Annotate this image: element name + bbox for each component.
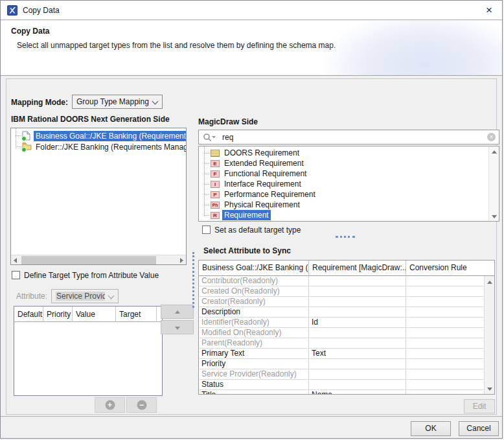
- set-default-target-label: Set as default target type: [214, 226, 301, 235]
- requirement-badge-icon: F: [211, 170, 220, 178]
- col-target-attribute: Requirement [MagicDraw:...: [309, 261, 406, 276]
- col-source-attribute: Business Goal::/JKE Banking (R...: [199, 261, 309, 276]
- list-item-physical-requirement[interactable]: Ph Physical Requirement: [199, 200, 477, 210]
- col-target: Target: [116, 307, 157, 322]
- mapping-mode-value: Group Type Mapping: [76, 97, 149, 106]
- table-row[interactable]: TitleName: [199, 390, 484, 394]
- banner-title: Copy Data: [11, 27, 49, 36]
- col-default: Default: [14, 307, 43, 322]
- horizontal-splitter-handle[interactable]: [336, 236, 355, 238]
- document-with-status-icon: [22, 131, 32, 141]
- list-item-performance-requirement[interactable]: P Performance Requirement: [199, 189, 477, 200]
- table-row[interactable]: Contributor(Readonly): [199, 276, 484, 286]
- edit-button[interactable]: Edit: [464, 399, 495, 413]
- table-row[interactable]: Status: [199, 380, 484, 390]
- attribute-sync-table: Business Goal::/JKE Banking (R... Requir…: [198, 260, 495, 395]
- value-table-header: Default Priority Value Target: [14, 307, 162, 322]
- table-row[interactable]: Priority: [199, 359, 484, 369]
- doors-side-header: IBM Rational DOORS Next Generation Side: [11, 115, 170, 124]
- remove-value-button[interactable]: −: [126, 397, 157, 413]
- cancel-button[interactable]: Cancel: [459, 421, 499, 436]
- arrow-up-icon: [175, 310, 180, 314]
- copy-data-dialog: Copy Data × Copy Data Select all unmappe…: [0, 0, 503, 439]
- list-item-doors-requirement[interactable]: DOORS Requirement: [199, 148, 477, 158]
- scroll-down-icon[interactable]: [485, 384, 494, 393]
- minus-icon: −: [137, 400, 146, 410]
- plus-icon: +: [105, 400, 115, 410]
- table-row[interactable]: Modified On(Readonly): [199, 328, 484, 338]
- sync-table-scrollbar[interactable]: [484, 276, 494, 394]
- window-title: Copy Data: [23, 6, 60, 15]
- search-input[interactable]: [222, 130, 475, 144]
- sync-table-header: Business Goal::/JKE Banking (R... Requir…: [199, 261, 494, 276]
- col-value: Value: [73, 307, 116, 322]
- table-row[interactable]: Description: [199, 307, 484, 318]
- attribute-value: Service Provider: [56, 292, 105, 301]
- sync-section-header: Select Attribute to Sync: [203, 246, 291, 255]
- list-vertical-scrollbar[interactable]: [488, 146, 499, 221]
- scroll-right-icon[interactable]: [176, 255, 186, 265]
- requirement-badge-icon: I: [211, 181, 220, 188]
- attribute-label: Attribute:: [16, 292, 47, 301]
- value-mapping-table: Default Priority Value Target: [14, 306, 163, 396]
- table-row[interactable]: Creator(Readonly): [199, 297, 484, 307]
- table-row[interactable]: Identifier(Readonly)Id: [199, 318, 484, 328]
- vertical-splitter-handle[interactable]: [192, 252, 194, 308]
- scroll-left-icon[interactable]: [11, 255, 21, 265]
- requirement-badge-icon: P: [211, 191, 220, 198]
- sync-table-body: Contributor(Readonly) Created On(Readonl…: [199, 276, 484, 394]
- scroll-up-icon[interactable]: [490, 147, 499, 156]
- search-icon[interactable]: [203, 133, 217, 142]
- table-row[interactable]: Service Provider(Readonly): [199, 369, 484, 380]
- type-search-field[interactable]: ×: [198, 130, 499, 145]
- list-item-requirement[interactable]: R Requirement: [199, 210, 477, 220]
- ok-button[interactable]: OK: [411, 421, 451, 436]
- scroll-up-icon[interactable]: [485, 277, 494, 286]
- requirement-badge-icon: E: [211, 160, 220, 167]
- scrollbar-thumb[interactable]: [21, 256, 156, 264]
- add-value-button[interactable]: +: [95, 397, 125, 413]
- dialog-banner: Copy Data Select all unmapped target typ…: [1, 21, 502, 76]
- chevron-down-icon: [108, 293, 115, 299]
- doors-requirement-icon: [211, 150, 220, 157]
- table-row[interactable]: Created On(Readonly): [199, 286, 484, 297]
- table-row[interactable]: Primary TextText: [199, 349, 484, 359]
- set-default-target-checkbox[interactable]: [202, 226, 211, 234]
- requirement-badge-icon: R: [211, 212, 220, 219]
- attribute-select[interactable]: Service Provider: [51, 289, 119, 303]
- list-item-interface-requirement[interactable]: I Interface Requirement: [199, 179, 477, 189]
- status-dot-icon: [21, 136, 27, 141]
- close-icon[interactable]: ×: [481, 3, 497, 17]
- title-bar: Copy Data ×: [1, 1, 502, 20]
- doors-tree-panel: Business Goal::/JKE Banking (Requirement…: [10, 128, 187, 265]
- define-target-type-label: Define Target Type from Attribute Value: [24, 271, 159, 280]
- move-down-button[interactable]: [161, 320, 194, 334]
- tree-item-business-goal[interactable]: Business Goal::/JKE Banking (Requirement…: [11, 130, 187, 141]
- requirement-badge-icon: Ph: [211, 202, 220, 209]
- tree-item-folder[interactable]: Folder::/JKE Banking (Requirements Manag…: [11, 141, 187, 152]
- list-item-extended-requirement[interactable]: E Extended Requirement: [199, 158, 477, 168]
- col-conversion-rule: Conversion Rule: [406, 261, 485, 276]
- tree-item-label: Folder::/JKE Banking (Requirements Manag…: [34, 142, 187, 152]
- banner-description: Select all unmapped target types from th…: [17, 41, 336, 50]
- folder-with-status-icon: [22, 142, 32, 152]
- move-up-button[interactable]: [161, 305, 194, 319]
- tree-item-label: Business Goal::/JKE Banking (Requirement…: [34, 131, 187, 141]
- magicdraw-type-list: DOORS Requirement E Extended Requirement…: [198, 146, 499, 222]
- status-dot-icon: [21, 147, 27, 152]
- chevron-down-icon: [152, 98, 159, 105]
- list-item-functional-requirement[interactable]: F Functional Requirement: [199, 168, 477, 179]
- mapping-mode-select[interactable]: Group Type Mapping: [72, 95, 163, 109]
- arrow-down-icon: [175, 327, 180, 330]
- col-priority: Priority: [43, 307, 73, 322]
- table-row[interactable]: Parent(Readonly): [199, 338, 484, 349]
- mapping-mode-label: Mapping Mode:: [11, 98, 68, 107]
- scroll-down-icon[interactable]: [490, 211, 499, 220]
- clear-search-icon[interactable]: ×: [487, 133, 496, 141]
- magicdraw-app-icon: [7, 5, 17, 16]
- magicdraw-side-header: MagicDraw Side: [198, 117, 258, 126]
- define-target-type-checkbox[interactable]: [12, 271, 20, 279]
- tree-horizontal-scrollbar[interactable]: [11, 255, 186, 264]
